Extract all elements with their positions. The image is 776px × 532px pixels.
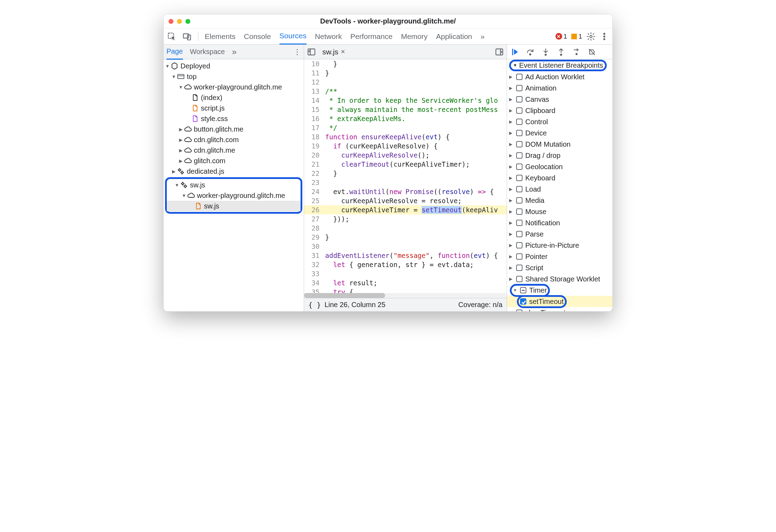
- checkbox[interactable]: [516, 253, 522, 260]
- tree-origin-2[interactable]: ▶button.glitch.me: [164, 124, 304, 134]
- code-line[interactable]: 29}: [304, 233, 507, 242]
- tab-sources[interactable]: Sources: [280, 28, 307, 45]
- checkbox[interactable]: [516, 197, 522, 204]
- code-line[interactable]: 13/**: [304, 87, 507, 96]
- tree-file-stylecss[interactable]: style.css: [164, 113, 304, 124]
- breakpoint-category[interactable]: ▶Drag / drop: [507, 150, 612, 161]
- chevron-down-icon[interactable]: ▼: [513, 288, 517, 293]
- issues-badge[interactable]: 1: [571, 33, 582, 40]
- chevron-right-icon[interactable]: ▶: [509, 175, 513, 180]
- checkbox[interactable]: [516, 175, 522, 181]
- code-line[interactable]: 26 curKeepAliveTimer = setTimeout(keepAl…: [304, 205, 507, 214]
- tab-performance[interactable]: Performance: [350, 29, 393, 44]
- tab-console[interactable]: Console: [244, 29, 271, 44]
- breakpoint-category[interactable]: ▶DOM Mutation: [507, 139, 612, 150]
- step-over-icon[interactable]: [526, 48, 534, 56]
- tree-sw-origin[interactable]: ▼worker-playground.glitch.me: [167, 190, 301, 201]
- chevron-right-icon[interactable]: ▶: [509, 277, 513, 281]
- checkbox[interactable]: [516, 208, 522, 215]
- section-event-listener-breakpoints[interactable]: ▼ Event Listener Breakpoints: [507, 59, 612, 71]
- chevron-right-icon[interactable]: ▶: [509, 187, 513, 192]
- code-line[interactable]: 23: [304, 178, 507, 187]
- code-line[interactable]: 28: [304, 224, 507, 233]
- code-line[interactable]: 18function ensureKeepAlive(evt) {: [304, 132, 507, 141]
- checkbox[interactable]: [516, 276, 522, 282]
- chevron-right-icon[interactable]: ▶: [509, 220, 513, 225]
- chevron-right-icon[interactable]: ▶: [509, 97, 513, 102]
- chevron-right-icon[interactable]: ▶: [509, 243, 513, 248]
- toggle-navigator-icon[interactable]: [307, 47, 316, 56]
- resume-icon[interactable]: [511, 48, 519, 56]
- checkbox[interactable]: [520, 287, 526, 293]
- checkbox[interactable]: [516, 107, 522, 114]
- checkbox[interactable]: [516, 265, 522, 271]
- breakpoint-category[interactable]: ▶Load: [507, 184, 612, 195]
- tab-application[interactable]: Application: [436, 29, 472, 44]
- tabs-overflow[interactable]: »: [480, 29, 485, 44]
- gear-icon[interactable]: [586, 32, 596, 41]
- chevron-right-icon[interactable]: ▶: [509, 265, 513, 270]
- checkbox[interactable]: [516, 310, 522, 311]
- code-line[interactable]: 27 }));: [304, 214, 507, 224]
- code-line[interactable]: 33: [304, 269, 507, 278]
- chevron-right-icon[interactable]: ▶: [509, 153, 513, 158]
- step-icon[interactable]: [572, 48, 581, 56]
- code-line[interactable]: 19 if (curKeepAliveResolve) {: [304, 141, 507, 151]
- navigator-tabs-overflow[interactable]: »: [232, 47, 236, 57]
- code-line[interactable]: 21 clearTimeout(curKeepAliveTimer);: [304, 160, 507, 169]
- breakpoint-category[interactable]: ▶Canvas: [507, 94, 612, 105]
- checkbox[interactable]: [516, 186, 522, 192]
- code-line[interactable]: 10 }: [304, 59, 507, 68]
- device-toolbar-icon[interactable]: [183, 32, 192, 41]
- tree-origin-5[interactable]: ▶glitch.com: [164, 155, 304, 166]
- navigator-tab-workspace[interactable]: Workspace: [190, 45, 225, 59]
- inspect-icon[interactable]: [167, 32, 176, 41]
- deactivate-breakpoints-icon[interactable]: [588, 48, 596, 56]
- breakpoint-category[interactable]: ▶Ad Auction Worklet: [507, 71, 612, 82]
- breakpoint-category[interactable]: ▶Pointer: [507, 251, 612, 262]
- close-window-icon[interactable]: [169, 19, 173, 24]
- code-line[interactable]: 16 * extraKeepAliveMs.: [304, 114, 507, 123]
- tree-origin-3[interactable]: ▶cdn.glitch.com: [164, 134, 304, 145]
- code-line[interactable]: 32 let { generation, str } = evt.data;: [304, 260, 507, 269]
- breakpoint-category[interactable]: ▶Keyboard: [507, 172, 612, 184]
- breakpoint-category[interactable]: ▶Media: [507, 195, 612, 206]
- chevron-right-icon[interactable]: ▶: [509, 131, 513, 135]
- navigator-tab-page[interactable]: Page: [166, 44, 183, 60]
- tab-memory[interactable]: Memory: [401, 29, 428, 44]
- tree-origin[interactable]: ▼worker-playground.glitch.me: [164, 82, 304, 92]
- tree-file-swjs[interactable]: sw.js: [167, 201, 301, 211]
- chevron-right-icon[interactable]: ▶: [509, 119, 513, 124]
- navigator-menu[interactable]: ⋮: [294, 48, 301, 56]
- braces-icon[interactable]: { }: [308, 301, 321, 309]
- chevron-right-icon[interactable]: ▶: [509, 209, 513, 214]
- code-line[interactable]: 20 curKeepAliveResolve();: [304, 151, 507, 160]
- breakpoint-category[interactable]: ▶Mouse: [507, 206, 612, 217]
- tab-elements[interactable]: Elements: [205, 29, 236, 44]
- code-line[interactable]: 24 evt.waitUntil(new Promise((resolve) =…: [304, 187, 507, 196]
- breakpoint-category[interactable]: ▶Clipboard: [507, 105, 612, 116]
- checkbox[interactable]: [520, 298, 526, 305]
- tree-sw[interactable]: ▼sw.js: [167, 180, 301, 190]
- zoom-window-icon[interactable]: [185, 19, 190, 24]
- breakpoint-category[interactable]: ▶Animation: [507, 82, 612, 94]
- checkbox[interactable]: [516, 85, 522, 91]
- minimize-window-icon[interactable]: [177, 19, 182, 24]
- code-line[interactable]: 34 let result;: [304, 278, 507, 287]
- tree-file-index[interactable]: (index): [164, 92, 304, 103]
- breakpoint-event[interactable]: setTimeout: [507, 296, 612, 307]
- code-line[interactable]: 30: [304, 242, 507, 251]
- code-editor[interactable]: 10 }11}1213/**14 * In order to keep the …: [304, 59, 507, 293]
- code-line[interactable]: 35 try {: [304, 287, 507, 293]
- tree-top[interactable]: ▼top: [164, 71, 304, 82]
- code-line[interactable]: 11}: [304, 68, 507, 78]
- file-tab-swjs[interactable]: sw.js ✕: [320, 46, 348, 58]
- tree-deployed[interactable]: ▼ Deployed: [164, 61, 304, 71]
- checkbox[interactable]: [516, 220, 522, 226]
- code-line[interactable]: 17 */: [304, 123, 507, 132]
- checkbox[interactable]: [516, 130, 522, 136]
- close-icon[interactable]: ✕: [341, 48, 345, 55]
- tree-origin-4[interactable]: ▶cdn.glitch.me: [164, 145, 304, 155]
- tree-dedicated[interactable]: ▶dedicated.js: [164, 166, 304, 177]
- scrollbar-thumb[interactable]: [304, 293, 385, 298]
